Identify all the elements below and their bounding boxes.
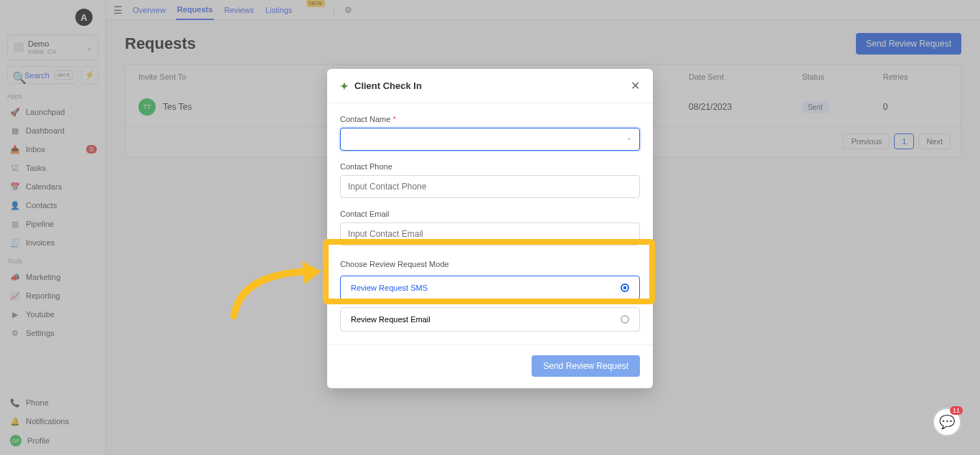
label-mode: Choose Review Request Mode — [340, 260, 640, 268]
modal-submit-button[interactable]: Send Review Request — [532, 355, 640, 377]
contact-email-input[interactable] — [340, 222, 640, 245]
mode-sms-option[interactable]: Review Request SMS — [340, 276, 640, 300]
contact-phone-input[interactable] — [340, 175, 640, 198]
radio-selected-icon — [621, 283, 629, 292]
person-icon: ✦ — [340, 80, 349, 92]
label-contact-email: Contact Email — [340, 210, 640, 218]
mode-email-label: Review Request Email — [351, 315, 430, 324]
chat-widget[interactable]: 💬 11 — [933, 408, 961, 436]
client-checkin-modal: ✦ Client Check In ✕ Contact Name * Conta… — [327, 69, 653, 388]
chat-icon: 💬 — [939, 414, 955, 430]
chat-badge: 11 — [950, 406, 963, 415]
mode-email-option[interactable]: Review Request Email — [340, 307, 640, 332]
modal-title: Client Check In — [354, 80, 422, 91]
label-contact-name: Contact Name * — [340, 115, 640, 123]
label-contact-phone: Contact Phone — [340, 162, 640, 171]
radio-unselected-icon — [621, 315, 629, 324]
contact-name-input[interactable] — [340, 128, 640, 151]
close-icon[interactable]: ✕ — [631, 79, 640, 93]
mode-sms-label: Review Request SMS — [351, 283, 428, 292]
